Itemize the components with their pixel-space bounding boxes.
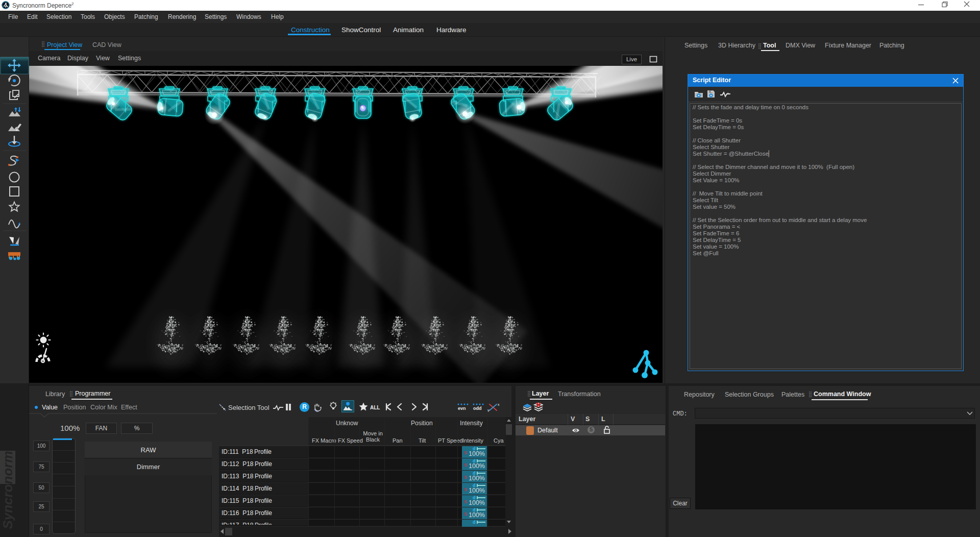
svg-text:evn: evn (458, 406, 466, 411)
svg-text:odd: odd (473, 406, 482, 411)
svg-text:x: x (498, 403, 500, 406)
svg-text:f: f (18, 222, 20, 228)
svg-text:y: y (487, 408, 489, 412)
